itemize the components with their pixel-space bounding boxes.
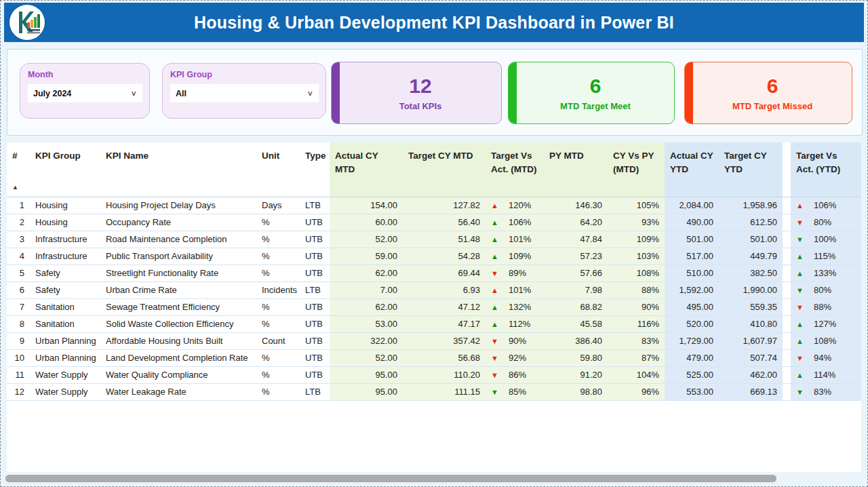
cell-tva_mtd: ▲101% [486,281,544,298]
cell-group: Water Supply [30,366,100,383]
cell-cy_vs_py: 104% [608,366,665,383]
filter-panel: Month July 2024 ∨ KPI Group All ∨ 12 Tot… [7,49,863,136]
trend-up-icon: ▲ [796,320,814,328]
table-row[interactable]: 10Urban PlanningLand Development Complet… [7,349,861,366]
indicator-value: 115% [814,251,835,261]
table-row[interactable]: 1HousingHousing Project Delay DaysDaysLT… [7,197,861,214]
month-dropdown-value: July 2024 [33,89,130,98]
cell-target_ytd: 612.50 [719,214,783,231]
cell-group: Urban Planning [30,349,100,366]
mtd-target-missed-card: 6 MTD Target Missed [684,62,852,124]
indicator-value: 106% [814,200,836,210]
mtd-target-meet-value: 6 [590,75,601,97]
cell-name: Road Maintenance Completion [100,231,256,248]
cell-tva_ytd: ▲106% [791,197,861,214]
cell-actual_ytd: 1,592.00 [665,281,719,298]
column-header-py_mtd[interactable]: PY MTD [544,142,608,197]
indicator-value: 132% [509,302,531,312]
kpi-group-dropdown[interactable]: All ∨ [170,84,319,102]
cell-actual_ytd: 2,084.00 [665,197,719,214]
cell-actual_ytd: 501.00 [665,231,719,248]
cell-target_mtd: 110.20 [403,366,486,383]
trend-up-icon: ▲ [796,269,814,277]
spacer-cell [783,332,791,349]
column-header-name[interactable]: KPI Name [100,142,256,197]
cell-target_ytd: 1,607.97 [719,332,783,349]
cell-tva_ytd: ▼88% [791,298,861,315]
table-row[interactable]: 11Water SupplyWater Quality Compliance%U… [7,366,861,383]
column-header-type[interactable]: Type [300,142,330,197]
cell-actual_mtd: 59.00 [330,248,403,265]
trend-up-icon: ▲ [491,320,509,328]
cell-target_mtd: 56.68 [403,349,486,366]
table-row[interactable]: 12Water SupplyWater Leakage Rate%LTB95.0… [7,383,861,400]
cell-target_mtd: 51.48 [403,231,486,248]
cell-n: 7 [7,298,30,315]
trend-down-icon: ▼ [491,354,509,362]
cell-tva_mtd: ▲132% [486,298,544,315]
column-header-tva_mtd[interactable]: Target Vs Act. (MTD) [486,142,544,197]
cell-group: Infrastructure [30,248,100,265]
table-row[interactable]: 6SafetyUrban Crime RateIncidentsLTB7.006… [7,281,861,298]
spacer-cell [783,366,791,383]
cell-group: Housing [30,197,100,214]
cell-tva_ytd: ▼83% [791,383,861,400]
cell-name: Water Quality Compliance [100,366,256,383]
column-header-cy_vs_py[interactable]: CY Vs PY (MTD) [608,142,665,197]
indicator-value: 112% [509,319,530,329]
cell-type: LTB [300,197,330,214]
indicator-value: 90% [509,336,526,346]
table-row[interactable]: 9Urban PlanningAffordable Housing Units … [7,332,861,349]
column-header-n[interactable]: #▲ [7,142,30,197]
cell-type: UTB [300,349,330,366]
cell-type: UTB [300,214,330,231]
cell-target_ytd: 1,990.00 [719,281,783,298]
cell-type: UTB [300,315,330,332]
cell-tva_mtd: ▼90% [486,332,544,349]
cell-n: 2 [7,214,30,231]
kpi-table: #▲KPI GroupKPI NameUnitTypeActual CY MTD… [7,142,861,472]
trend-down-icon: ▼ [491,371,509,379]
cell-group: Water Supply [30,383,100,400]
column-header-group[interactable]: KPI Group [30,142,100,197]
trend-up-icon: ▲ [491,286,509,294]
cell-target_mtd: 69.44 [403,265,486,281]
horizontal-scrollbar[interactable] [5,475,776,482]
column-header-tva_ytd[interactable]: Target Vs Act. (YTD) [791,142,861,197]
month-slicer-label: Month [28,70,142,79]
cell-tva_mtd: ▼89% [486,265,544,281]
indicator-value: 83% [814,387,831,397]
page-title: Housing & Urban Development KPI Dashboar… [194,13,674,33]
cell-unit: % [256,349,300,366]
table-row[interactable]: 4InfrastructurePublic Transport Availabi… [7,248,861,265]
table-row[interactable]: 7SanitationSewage Treatment Efficiency%U… [7,298,861,315]
cell-cy_vs_py: 105% [608,197,665,214]
cell-target_mtd: 47.12 [403,298,486,315]
column-header-unit[interactable]: Unit [256,142,300,197]
cell-target_ytd: 1,958.96 [719,197,783,214]
cell-name: Housing Project Delay Days [100,197,256,214]
cell-type: LTB [300,383,330,400]
table-row[interactable]: 3InfrastructureRoad Maintenance Completi… [7,231,861,248]
cell-tva_ytd: ▲127% [791,315,861,332]
cell-type: UTB [300,265,330,281]
table-row[interactable]: 2HousingOccupancy Rate%UTB60.0056.40▲106… [7,214,861,231]
indicator-value: 89% [509,268,526,278]
cell-actual_mtd: 154.00 [330,197,403,214]
column-header-actual_ytd[interactable]: Actual CY YTD [665,142,719,197]
trend-down-icon: ▼ [796,303,814,311]
column-header-target_mtd[interactable]: Target CY MTD [403,142,486,197]
cell-target_mtd: 54.28 [403,248,486,265]
month-dropdown[interactable]: July 2024 ∨ [28,84,142,102]
column-header-target_ytd[interactable]: Target CY YTD [719,142,783,197]
table-row[interactable]: 8SanitationSolid Waste Collection Effici… [7,315,861,332]
column-header-actual_mtd[interactable]: Actual CY MTD [330,142,403,197]
cell-group: Housing [30,214,100,231]
cell-name: Water Leakage Rate [100,383,256,400]
trend-up-icon: ▲ [491,218,509,227]
table-row[interactable]: 5SafetyStreetlight Functionality Rate%UT… [7,265,861,281]
cell-type: UTB [300,231,330,248]
trend-up-icon: ▲ [796,201,814,210]
cell-actual_mtd: 322.00 [330,332,403,349]
cell-tva_ytd: ▲108% [791,332,861,349]
